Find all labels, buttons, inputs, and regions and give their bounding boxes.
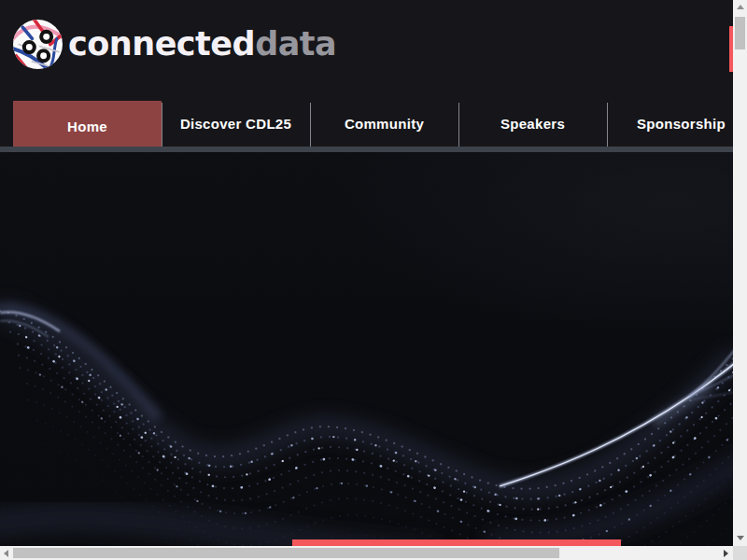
nav-tab-home[interactable]: Home — [13, 101, 162, 152]
triangle-right-icon — [724, 550, 728, 557]
scroll-right-button[interactable] — [719, 546, 733, 560]
scroll-down-button[interactable] — [733, 530, 747, 546]
nav-tab-label: Discover CDL25 — [180, 116, 291, 132]
triangle-up-icon — [737, 5, 744, 9]
scroll-up-button[interactable] — [733, 0, 747, 14]
nav-tab-label: Community — [345, 116, 424, 132]
horizontal-scrollbar-thumb[interactable] — [13, 548, 559, 558]
nav-tab-label: Sponsorship — [637, 116, 726, 132]
nav-tab-discover-cdl25[interactable]: Discover CDL25 — [162, 101, 310, 147]
particle-wave-graphic — [0, 152, 738, 560]
nav-tab-label: Speakers — [500, 116, 565, 132]
nav-tab-speakers[interactable]: Speakers — [458, 101, 607, 147]
site-header: connecteddata — [0, 0, 747, 101]
nav-tab-sponsorship[interactable]: Sponsorship — [607, 101, 747, 147]
main-nav: Home Discover CDL25 Community Speakers S… — [0, 101, 747, 147]
nav-tab-community[interactable]: Community — [310, 101, 458, 147]
vertical-scrollbar[interactable] — [733, 0, 747, 546]
nav-tab-label: Home — [67, 119, 107, 134]
page: connecteddata Home Discover CDL25 Commun… — [0, 0, 747, 560]
horizontal-scrollbar[interactable] — [0, 546, 733, 560]
logo-word-secondary: data — [255, 25, 336, 63]
triangle-left-icon — [4, 550, 8, 557]
scrollbar-corner — [733, 546, 747, 560]
hero-banner — [0, 152, 747, 560]
browser-viewport: connecteddata Home Discover CDL25 Commun… — [0, 0, 747, 560]
logo[interactable]: connecteddata — [13, 20, 336, 69]
vertical-scrollbar-thumb[interactable] — [735, 17, 745, 49]
logo-wordmark: connecteddata — [68, 20, 336, 69]
triangle-down-icon — [737, 536, 744, 540]
scroll-left-button[interactable] — [0, 546, 12, 560]
network-graph-logo-icon — [13, 20, 63, 69]
logo-word-primary: connected — [68, 25, 255, 63]
